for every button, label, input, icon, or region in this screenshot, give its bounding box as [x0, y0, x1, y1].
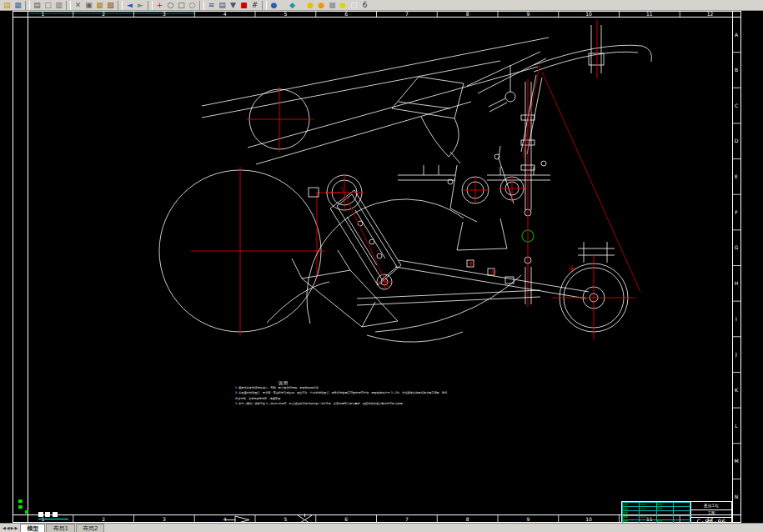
toolbar-separator	[25, 1, 30, 10]
zoom-previous-icon[interactable]: ○	[187, 0, 198, 10]
match-properties-icon[interactable]: ▧	[105, 0, 116, 10]
svg-text:12: 12	[707, 11, 714, 17]
layout-tabs: 模型布局1布局2	[20, 524, 105, 532]
technical-notes: 说明 1. 装配前各零件须清除油污、毛刺，配合面涂润滑脂，紧固件不得松动。2. …	[235, 380, 579, 407]
svg-text:L: L	[735, 423, 738, 429]
open-folder-icon[interactable]: ▤	[2, 0, 13, 10]
autocad-window: ▤▦▤□▥✕▣▦▧◄►+○□○≡▤▼■#●◆●●■●□6 11223344556…	[0, 0, 763, 532]
properties-icon[interactable]: ●	[269, 0, 279, 10]
layer-freeze-sun-icon[interactable]: ●	[316, 0, 327, 10]
svg-text:5: 5	[284, 11, 287, 17]
tab-布局1[interactable]: 布局1	[46, 524, 74, 532]
sheet-type: 工图	[691, 510, 731, 518]
layer-on-bulb-icon[interactable]: ●	[305, 0, 316, 10]
layers-stack-icon[interactable]: ◆	[287, 0, 298, 10]
tab-模型[interactable]: 模型	[20, 524, 45, 532]
toolbar-separator	[148, 1, 153, 10]
tab-布局2[interactable]: 布局2	[76, 524, 104, 532]
layer-properties-icon[interactable]: ≡	[206, 0, 217, 10]
color-swatch-icon[interactable]: ●	[338, 0, 349, 10]
gauge-wheel-centerlines	[552, 255, 635, 340]
redo-icon[interactable]: ►	[135, 0, 146, 10]
svg-text:8: 8	[466, 11, 469, 17]
svg-text:D: D	[735, 138, 739, 143]
tab-nav-buttons[interactable]: ◀◀▶▶	[0, 524, 20, 531]
upright-centerlines	[523, 65, 640, 307]
title-block-right: 悬挂工程 工图 C-96-06	[690, 502, 731, 524]
toolbar-separator	[66, 1, 71, 10]
toolbar-separator	[199, 1, 204, 10]
toolbar-separator	[118, 1, 123, 10]
zone-labels: 112233445566778899101011111212ABCDEFGHIJ…	[41, 11, 740, 523]
bracket-centerlines	[463, 175, 575, 275]
svg-text:7: 7	[405, 516, 409, 522]
svg-text:G: G	[735, 244, 739, 250]
layer-states-icon[interactable]: ▤	[217, 0, 228, 10]
plow-body[interactable]	[267, 175, 521, 342]
zoom-window-icon[interactable]: □	[176, 0, 187, 10]
svg-text:5: 5	[284, 516, 287, 522]
svg-text:2: 2	[102, 11, 105, 17]
sheet-frame	[13, 12, 740, 524]
svg-text:N: N	[735, 494, 739, 499]
count-label[interactable]: 6	[359, 0, 370, 10]
svg-text:3: 3	[163, 11, 166, 17]
print-icon[interactable]: ▤	[32, 0, 43, 10]
hitch-mast[interactable]	[589, 25, 604, 73]
svg-text:K: K	[735, 387, 739, 393]
svg-text:11: 11	[646, 11, 653, 17]
svg-text:10: 10	[585, 516, 592, 522]
snap-grid-icon[interactable]: #	[249, 0, 260, 10]
svg-text:H: H	[735, 280, 739, 286]
svg-text:A: A	[735, 32, 739, 38]
toolbar: ▤▦▤□▥✕▣▦▧◄►+○□○≡▤▼■#●◆●●■●□6	[0, 0, 763, 11]
cut-icon[interactable]: ✕	[73, 0, 83, 10]
cad-drawing[interactable]: 112233445566778899101011111212ABCDEFGHIJ…	[0, 11, 763, 524]
seed-hopper[interactable]	[392, 77, 464, 157]
svg-text:C: C	[735, 103, 738, 108]
svg-text:6: 6	[344, 516, 348, 522]
save-icon[interactable]: ▦	[13, 0, 23, 10]
corner-stamp	[18, 499, 68, 519]
sheet-icon[interactable]: □	[349, 0, 359, 10]
svg-text:E: E	[735, 173, 738, 179]
svg-text:1: 1	[41, 11, 44, 17]
title-block: 设计×××96.6制图×××96.6校核审核×××批准96.6 悬挂工程 工图 …	[621, 501, 732, 525]
handle-beams[interactable]	[202, 38, 652, 164]
tab-nav-arrow-4[interactable]: ▶	[15, 524, 18, 531]
zoom-realtime-icon[interactable]: ○	[165, 0, 176, 10]
svg-text:9: 9	[526, 11, 530, 17]
signature-table: 设计×××96.6制图×××96.6校核审核×××批准96.6	[622, 502, 690, 524]
undo-icon[interactable]: ◄	[124, 0, 135, 10]
svg-text:3: 3	[163, 516, 166, 522]
depth-adjust-upright[interactable]	[489, 65, 542, 304]
svg-text:10: 10	[585, 11, 592, 17]
svg-text:8: 8	[466, 516, 469, 522]
svg-text:B: B	[735, 67, 738, 73]
plow-body-centerlines	[327, 173, 392, 289]
tab-nav-arrow-2[interactable]: ◀	[7, 524, 10, 531]
drawing-canvas[interactable]: 112233445566778899101011111212ABCDEFGHIJ…	[0, 11, 763, 524]
project-name: 悬挂工程	[691, 502, 731, 510]
svg-text:4: 4	[223, 516, 227, 522]
publish-icon[interactable]: ▥	[53, 0, 64, 10]
color-control-icon[interactable]: ■	[238, 0, 249, 10]
svg-text:9: 9	[526, 516, 530, 522]
svg-text:7: 7	[405, 11, 409, 17]
press-wheel[interactable]	[159, 87, 340, 335]
svg-text:M: M	[734, 458, 738, 464]
make-layer-current-icon[interactable]: ▼	[228, 0, 238, 10]
svg-text:4: 4	[223, 11, 227, 17]
layer-lock-icon[interactable]: ■	[327, 0, 338, 10]
tab-nav-arrow-3[interactable]: ▶	[11, 524, 14, 531]
print-preview-icon[interactable]: □	[43, 0, 53, 10]
svg-text:2: 2	[102, 516, 105, 522]
toolbar-separator	[262, 1, 267, 10]
paste-icon[interactable]: ▦	[94, 0, 105, 10]
copy-icon[interactable]: ▣	[83, 0, 94, 10]
svg-text:J: J	[735, 351, 737, 358]
tab-nav-arrow-1[interactable]: ◀	[3, 524, 6, 531]
svg-text:6: 6	[344, 11, 348, 17]
svg-text:F: F	[735, 209, 738, 215]
pan-realtime-icon[interactable]: +	[154, 0, 165, 10]
